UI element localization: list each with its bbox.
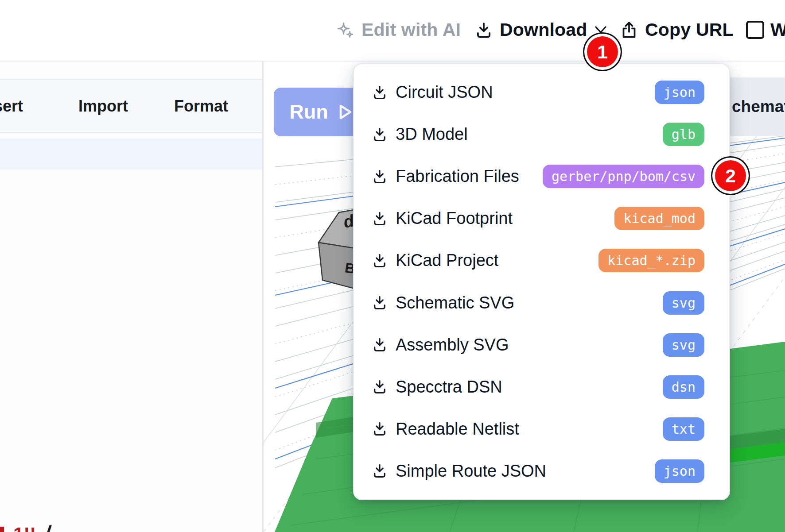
webview-toggle[interactable]: We xyxy=(746,0,785,60)
sparkle-icon xyxy=(336,21,354,39)
editor-clipped-code-line: 1!! / xyxy=(0,525,262,532)
error-text-fragment: 1!! xyxy=(13,524,36,532)
item-label: KiCad Footprint xyxy=(396,209,513,228)
play-icon xyxy=(339,104,352,120)
item-label: Specctra DSN xyxy=(396,378,502,397)
webview-checkbox[interactable] xyxy=(746,21,764,39)
format-badge: dsn xyxy=(663,375,704,399)
editor-highlighted-line[interactable] xyxy=(0,139,262,170)
item-label: Fabrication Files xyxy=(396,167,519,186)
download-label: Download xyxy=(500,19,587,40)
download-icon xyxy=(372,127,388,143)
error-marker xyxy=(0,527,4,532)
format-badge: json xyxy=(655,459,704,483)
item-label: Simple Route JSON xyxy=(396,462,546,481)
copy-url-button[interactable]: Copy URL xyxy=(620,0,734,60)
code-editor-panel[interactable]: nsert Import Format 1!! / xyxy=(0,61,262,532)
download-icon xyxy=(372,463,388,479)
share-icon xyxy=(620,21,638,39)
menu-item-insert[interactable]: nsert xyxy=(0,97,23,116)
download-icon xyxy=(372,253,388,269)
format-badge: txt xyxy=(663,417,704,441)
webview-label-partial: We xyxy=(770,19,785,40)
menu-item-specctra-dsn[interactable]: Specctra DSN dsn xyxy=(354,366,729,408)
menu-item-circuit-json[interactable]: Circuit JSON json xyxy=(354,71,729,113)
format-badge: json xyxy=(655,81,704,104)
download-icon xyxy=(372,421,388,437)
download-icon xyxy=(372,211,388,227)
item-label: Readable Netlist xyxy=(396,420,519,439)
annotation-step-1: 1 xyxy=(587,36,618,67)
item-label: 3D Model xyxy=(396,125,468,144)
annotation-number: 1 xyxy=(597,41,608,63)
item-label: Assembly SVG xyxy=(396,335,509,355)
menu-item-format[interactable]: Format xyxy=(174,97,228,116)
download-icon xyxy=(372,169,388,185)
download-icon xyxy=(475,21,493,39)
item-label: KiCad Project xyxy=(396,251,498,270)
menu-item-kicad-project[interactable]: KiCad Project kicad_*.zip xyxy=(354,239,729,281)
format-badge: svg xyxy=(663,291,704,315)
menu-item-fabrication-files[interactable]: Fabrication Files gerber/pnp/bom/csv xyxy=(354,155,729,197)
annotation-number: 2 xyxy=(725,165,736,187)
download-icon xyxy=(372,337,388,353)
edit-with-ai-label: Edit with AI xyxy=(361,19,461,40)
format-badge: glb xyxy=(663,123,704,146)
panel-divider[interactable] xyxy=(262,62,264,532)
format-badge: svg xyxy=(663,333,704,357)
top-toolbar: Edit with AI Download Copy URL We xyxy=(0,0,785,62)
code-slash-fragment: / xyxy=(43,521,52,532)
annotation-step-2: 2 xyxy=(715,160,746,191)
download-icon xyxy=(372,379,388,395)
menu-item-schematic-svg[interactable]: Schematic SVG svg xyxy=(354,281,729,324)
item-label: Circuit JSON xyxy=(396,83,493,102)
menu-item-readable-netlist[interactable]: Readable Netlist txt xyxy=(354,408,729,450)
menu-item-simple-route-json[interactable]: Simple Route JSON json xyxy=(354,450,729,492)
format-badge: kicad_*.zip xyxy=(598,249,704,272)
download-icon xyxy=(372,295,388,311)
copy-url-label: Copy URL xyxy=(645,19,734,40)
download-dropdown-menu: Circuit JSON json 3D Model glb Fabricati… xyxy=(353,63,730,500)
format-badge: gerber/pnp/bom/csv xyxy=(543,165,704,188)
menu-item-3d-model[interactable]: 3D Model glb xyxy=(354,113,729,155)
menu-item-import[interactable]: Import xyxy=(78,97,128,116)
run-button-label: Run xyxy=(289,100,328,123)
edit-with-ai-button[interactable]: Edit with AI xyxy=(336,0,461,60)
item-label: Schematic SVG xyxy=(396,293,514,312)
format-badge: kicad_mod xyxy=(614,207,704,230)
chevron-down-icon xyxy=(594,26,607,35)
tab-schematic-partial[interactable]: chemati xyxy=(732,97,785,116)
menu-item-assembly-svg[interactable]: Assembly SVG svg xyxy=(354,324,729,366)
editor-menubar: nsert Import Format xyxy=(0,79,262,133)
download-icon xyxy=(372,85,388,100)
menu-item-kicad-footprint[interactable]: KiCad Footprint kicad_mod xyxy=(354,197,729,239)
